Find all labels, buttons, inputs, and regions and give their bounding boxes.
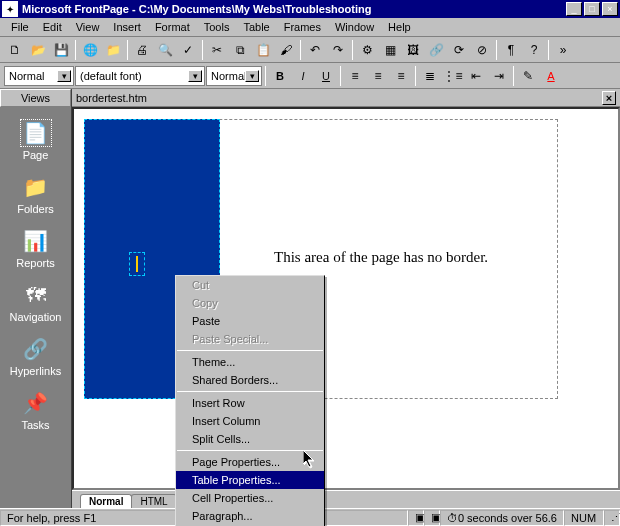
component-button[interactable]: ⚙ [356,39,378,61]
ctx-shared-borders[interactable]: Shared Borders... [176,371,324,389]
paste-button[interactable]: 📋 [252,39,274,61]
style-dropdown[interactable]: Normal [4,66,74,86]
menu-file[interactable]: File [4,19,36,35]
editor-canvas[interactable]: This area of the page has no border. [72,107,620,490]
ctx-split-cells[interactable]: Split Cells... [176,430,324,448]
menu-edit[interactable]: Edit [36,19,69,35]
highlight-button[interactable]: ✎ [517,65,539,87]
ctx-cell-properties[interactable]: Cell Properties... [176,489,324,507]
bold-button[interactable]: B [269,65,291,87]
document-tab-bar: bordertest.htm × [72,89,620,107]
image-button[interactable]: 🖼 [402,39,424,61]
ctx-paragraph[interactable]: Paragraph... [176,507,324,525]
ctx-theme[interactable]: Theme... [176,353,324,371]
size-dropdown[interactable]: Normal [206,66,262,86]
window-title: Microsoft FrontPage - C:\My Documents\My… [22,3,566,15]
open-button[interactable]: 📂 [27,39,49,61]
menu-frames[interactable]: Frames [277,19,328,35]
stop-button[interactable]: ⊘ [471,39,493,61]
folders-icon: 📁 [20,173,52,201]
save-button[interactable]: 💾 [50,39,72,61]
font-color-button[interactable]: A [540,65,562,87]
outdent-button[interactable]: ⇤ [465,65,487,87]
close-button[interactable]: × [602,2,618,16]
folder-button[interactable]: 📁 [102,39,124,61]
view-reports[interactable]: 📊Reports [0,221,71,275]
standard-toolbar: 🗋 📂 💾 🌐 📁 🖨 🔍 ✓ ✂ ⧉ 📋 🖌 ↶ ↷ ⚙ ▦ 🖼 🔗 ⟳ ⊘ … [0,37,620,63]
status-timing: ⏱ 0 seconds over 56.6 [440,510,564,526]
title-bar: ✦ Microsoft FrontPage - C:\My Documents\… [0,0,620,18]
document-filename: bordertest.htm [76,92,602,104]
underline-button[interactable]: U [315,65,337,87]
maximize-button[interactable]: □ [584,2,600,16]
cut-button[interactable]: ✂ [206,39,228,61]
numbered-list-button[interactable]: ≣ [419,65,441,87]
view-tasks[interactable]: 📌Tasks [0,383,71,437]
views-bar: Views 📄Page 📁Folders 📊Reports 🗺Navigatio… [0,89,72,508]
menu-window[interactable]: Window [328,19,381,35]
align-left-button[interactable]: ≡ [344,65,366,87]
menu-tools[interactable]: Tools [197,19,237,35]
formatting-toolbar: Normal (default font) Normal B I U ≡ ≡ ≡… [0,63,620,89]
view-mode-tabs: Normal HTML Preview [72,490,620,508]
help-button[interactable]: ? [523,39,545,61]
align-right-button[interactable]: ≡ [390,65,412,87]
text-caret [129,252,145,276]
redo-button[interactable]: ↷ [327,39,349,61]
app-icon: ✦ [2,1,18,17]
show-all-button[interactable]: ¶ [500,39,522,61]
print-button[interactable]: 🖨 [131,39,153,61]
ctx-insert-row[interactable]: Insert Row [176,394,324,412]
menu-help[interactable]: Help [381,19,418,35]
ctx-separator [177,391,323,392]
reports-icon: 📊 [20,227,52,255]
context-menu: Cut Copy Paste Paste Special... Theme...… [175,275,325,526]
bullet-list-button[interactable]: ⋮≡ [442,65,464,87]
menu-table[interactable]: Table [236,19,276,35]
view-page[interactable]: 📄Page [0,113,71,167]
ctx-table-properties[interactable]: Table Properties... [176,471,324,489]
refresh-button[interactable]: ⟳ [448,39,470,61]
hyperlink-button[interactable]: 🔗 [425,39,447,61]
view-navigation[interactable]: 🗺Navigation [0,275,71,329]
ctx-paste[interactable]: Paste [176,312,324,330]
minimize-button[interactable]: _ [566,2,582,16]
menu-bar: File Edit View Insert Format Tools Table… [0,18,620,37]
tab-html[interactable]: HTML [131,494,176,508]
document-close-button[interactable]: × [602,91,616,105]
menu-view[interactable]: View [69,19,107,35]
italic-button[interactable]: I [292,65,314,87]
undo-button[interactable]: ↶ [304,39,326,61]
status-icon-1: ▣ [408,510,424,526]
ctx-page-properties[interactable]: Page Properties... [176,453,324,471]
navigation-icon: 🗺 [20,281,52,309]
more-button[interactable]: » [552,39,574,61]
format-painter-button[interactable]: 🖌 [275,39,297,61]
view-folders[interactable]: 📁Folders [0,167,71,221]
ctx-separator [177,350,323,351]
align-center-button[interactable]: ≡ [367,65,389,87]
copy-button[interactable]: ⧉ [229,39,251,61]
publish-button[interactable]: 🌐 [79,39,101,61]
tab-normal[interactable]: Normal [80,494,132,508]
spell-button[interactable]: ✓ [177,39,199,61]
status-num: NUM [564,510,604,526]
font-dropdown[interactable]: (default font) [75,66,205,86]
ctx-cut: Cut [176,276,324,294]
page-body-text: This area of the page has no border. [274,249,488,266]
status-icon-2: ▣ [424,510,440,526]
ctx-separator [177,450,323,451]
views-title: Views [0,89,71,107]
document-area: bordertest.htm × This area of the page h… [72,89,620,508]
new-button[interactable]: 🗋 [4,39,26,61]
ctx-insert-column[interactable]: Insert Column [176,412,324,430]
table-button[interactable]: ▦ [379,39,401,61]
tasks-icon: 📌 [20,389,52,417]
page-icon: 📄 [20,119,52,147]
view-hyperlinks[interactable]: 🔗Hyperlinks [0,329,71,383]
preview-button[interactable]: 🔍 [154,39,176,61]
hyperlinks-icon: 🔗 [20,335,52,363]
menu-format[interactable]: Format [148,19,197,35]
indent-button[interactable]: ⇥ [488,65,510,87]
menu-insert[interactable]: Insert [106,19,148,35]
